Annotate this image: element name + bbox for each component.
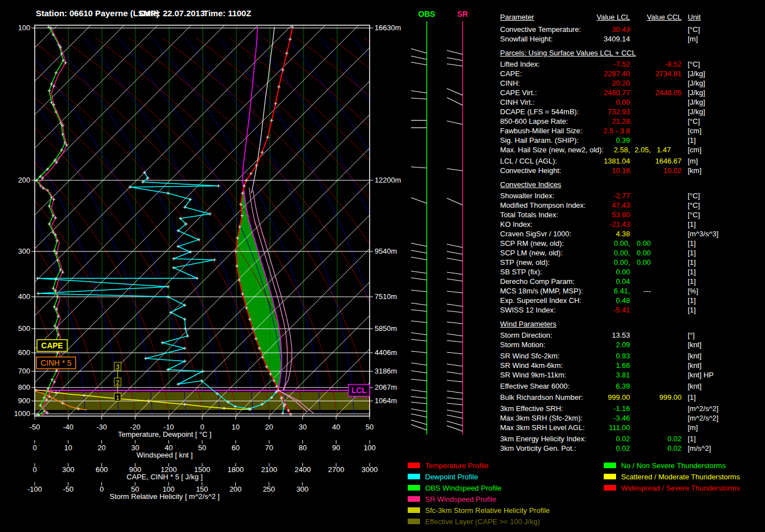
obs-wind-barb	[411, 414, 427, 417]
svg-text:1064m: 1064m	[375, 396, 397, 405]
svg-text:-50: -50	[63, 485, 73, 493]
obs-wind-barb	[411, 390, 427, 392]
unit-label: [J/kg]	[688, 79, 705, 87]
unit-label: [°C]	[688, 201, 700, 209]
parameter-row: LCL / CCL (AGL):1381.041646.67[m]	[500, 157, 765, 166]
value-lcl: 0.04	[500, 277, 630, 286]
parameter-row: Effective Shear 6000:6.39[knt]	[500, 382, 765, 391]
svg-text:9540m: 9540m	[375, 247, 397, 255]
svg-text:100: 100	[363, 444, 376, 452]
value-lcl: 30.43	[500, 25, 630, 34]
parameter-row: Max 3km SRH (Sfc-2km):-3.46[m^2/s^2]	[500, 414, 765, 423]
svg-text:250: 250	[263, 485, 275, 493]
svg-text:100: 100	[18, 24, 30, 32]
unit-label: [knt]	[688, 382, 702, 390]
svg-text:70: 70	[265, 444, 273, 452]
sr-wind-barb	[447, 169, 463, 171]
svg-text:2067m: 2067m	[375, 383, 397, 391]
svg-text:4406m: 4406m	[375, 348, 397, 357]
svg-text:30: 30	[298, 423, 306, 431]
parameter-row: Showalter Index:-2.77[°C]	[500, 192, 765, 200]
sr-wind-barb	[447, 398, 463, 399]
legend-swatch-icon	[408, 474, 420, 479]
svg-text:3186m: 3186m	[375, 367, 397, 375]
legend-item: Widespread / Severe Thunderstorms	[604, 482, 740, 493]
legend-swatch-icon	[604, 485, 616, 491]
svg-text:20: 20	[97, 444, 105, 452]
svg-text:Storm Relative Helicity [ m^2/: Storm Relative Helicity [ m^2/s^2 ]	[110, 492, 220, 501]
unit-label: [1]	[688, 306, 696, 314]
obs-wind-barb	[411, 257, 427, 260]
value-lcl: 0.93	[500, 352, 630, 360]
svg-text:90: 90	[332, 444, 340, 452]
value-lcl: 47.43	[500, 201, 630, 209]
obs-wind-barb	[411, 409, 427, 412]
unit-label: [1]	[688, 268, 696, 276]
legend-label: Widespread / Severe Thunderstorms	[621, 484, 740, 492]
legend-item: Sfc-3km Storm Relative Helicity Profile	[408, 505, 550, 516]
svg-text:-100: -100	[27, 485, 42, 493]
unit-label: [knt]	[688, 361, 702, 370]
time-title: Time: 1100Z	[203, 8, 251, 18]
sr-wind-barb	[447, 334, 463, 336]
legend-label: SR Windspeed Profile	[425, 495, 496, 503]
legend-label: Sfc-3km Storm Relative Helicity Profile	[425, 506, 550, 515]
parameter-row: SCP LM (new, old):0.00,0.00[1]	[500, 249, 765, 258]
sr-wind-barb	[447, 97, 463, 105]
obs-wind-barb	[411, 424, 427, 430]
svg-text:200: 200	[18, 176, 30, 184]
svg-text:10: 10	[64, 444, 72, 452]
section-header: Convective Indices	[500, 180, 561, 189]
parameter-row: SB STP (fix):0.00[1]	[500, 268, 765, 277]
unit-label: [J/kg]	[688, 98, 705, 106]
obs-wind-barb	[411, 363, 427, 365]
svg-text:300: 300	[18, 247, 30, 255]
sr-wind-barb	[447, 403, 463, 405]
svg-text:-50: -50	[30, 423, 40, 431]
unit-label: [°C]	[688, 25, 700, 34]
obs-wind-barb	[411, 333, 427, 335]
sr-wind-barb	[447, 64, 463, 66]
unit-label: [m^2/s^2]	[688, 414, 719, 422]
value-lcl: -2.77	[500, 192, 630, 200]
wind-columns: OBSSR	[411, 10, 468, 435]
unit-label: [J/kg]	[688, 108, 705, 116]
legend-item: OBS Windspeed Profile	[408, 482, 550, 493]
sr-wind-barb	[447, 88, 463, 95]
unit-label: [°C]	[688, 117, 700, 125]
sr-wind-barb	[447, 410, 463, 413]
value-ccl: -8.52	[500, 60, 682, 68]
unit-label: [°C]	[688, 60, 700, 68]
parameter-row: Convective Height:10.1610.02[km]	[500, 166, 765, 175]
unit-label: [cm]	[688, 127, 702, 135]
value-lcl: 2.5 - 3.8	[500, 127, 630, 135]
bottom-axes: -50-40-30-20-1001020304050Temperature, D…	[27, 416, 377, 501]
value-lcl: 0.48	[500, 296, 630, 305]
value-lcl: 53.80	[500, 211, 630, 219]
parameter-row: Max. Hail Size (new, new2, old):2.58,2.0…	[500, 146, 765, 155]
col-header-unit: Unit	[688, 13, 701, 21]
parameter-row: KO Index:-21.43[1]	[500, 220, 765, 229]
parameter-row: SWISS 12 Index:-5.41[1]	[500, 306, 765, 315]
sr-wind-barb	[447, 322, 463, 324]
sr-wind-barb	[447, 279, 463, 281]
value-lcl: 4.38	[500, 230, 630, 238]
obs-wind-barb	[411, 49, 427, 53]
sr-wind-barb	[447, 372, 463, 374]
svg-text:16630m: 16630m	[375, 24, 401, 32]
sr-wind-barb	[447, 272, 463, 274]
unit-label: [°C]	[688, 211, 700, 219]
svg-text:700: 700	[18, 367, 30, 375]
obs-wind-barb	[411, 198, 427, 203]
svg-text:50: 50	[198, 444, 206, 452]
svg-text:-40: -40	[63, 423, 73, 431]
sr-wind-barb	[447, 258, 463, 261]
svg-text:60: 60	[232, 444, 240, 452]
parameter-row: Max 3km SRH Level AGL:111.00[m]	[500, 423, 765, 432]
svg-text:2700: 2700	[328, 465, 344, 474]
parameter-row: SR Wind 4km-6km:1.66[knt]	[500, 361, 765, 370]
svg-text:300: 300	[62, 465, 74, 474]
parameter-row: Total Totals Index:53.80[°C]	[500, 211, 765, 220]
parameter-row: Sig. Hail Param. (SHIP):0.39[1]	[500, 136, 765, 145]
svg-text:1800: 1800	[227, 465, 244, 474]
